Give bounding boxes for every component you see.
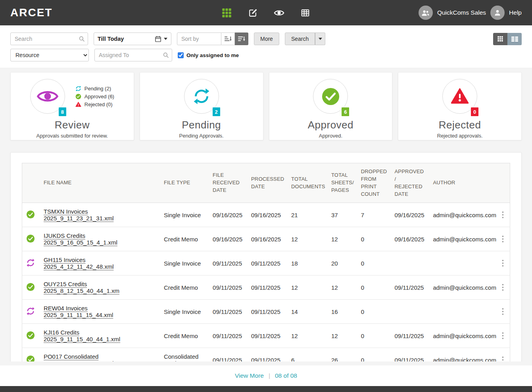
brand-logo[interactable]: ARCET [10,6,52,19]
team-icon[interactable] [419,6,433,20]
total-sheets-cell: 20 [327,251,357,275]
total-sheets-cell: 37 [327,203,357,227]
file-name-link[interactable]: REW04 Invoices 2025_9_11_11_15_44.xml [44,305,113,318]
table-row[interactable]: GH115 Invoices 2025_4_12_11_42_48.xml Si… [22,251,510,275]
sort-by-input[interactable] [177,33,221,45]
col-decision-date: APPROVED / REJECTED DATE [391,163,429,203]
eye-icon[interactable] [272,6,286,20]
row-menu-button[interactable] [500,234,505,244]
check-icon [26,210,35,219]
received-date-cell: 09/16/2025 [209,227,247,251]
review-card[interactable]: 8 Pending (2) Approved (6) Rejected (0) [10,72,134,140]
pending-count-badge: 2 [213,107,220,116]
table-row[interactable]: PO017 Consolidated 2025_9_11_13_55_80.xm… [22,348,510,361]
row-status-icon [26,283,35,291]
table-row[interactable]: OUY215 Credits 2025_8_12_15_40_44_1.xm C… [22,275,510,300]
legend-pending-label: Pending (2) [85,86,111,92]
col-total-sheets: TOTAL SHEETS/ PAGES [327,163,357,203]
check-icon [26,283,35,291]
date-range-value: Till Today [98,36,152,42]
received-date-cell: 09/16/2025 [209,203,247,227]
table-row[interactable]: IJUKDS Credits 2025_9_16_05_15_4_1.xml C… [22,227,510,251]
file-name-link[interactable]: OUY215 Credits 2025_8_12_15_40_44_1.xm [44,281,119,294]
eye-icon [36,85,59,107]
file-name-link[interactable]: TSMXN Invoices 2025_9_11_23_21_31.xml [44,208,114,222]
search-button[interactable]: Search [285,33,315,45]
col-processed-date: PROCESSED DATE [247,163,287,203]
search-icon [163,52,169,58]
table-row[interactable]: KJI16 Credits 2025_9_11_15_40_44_1.xml C… [22,324,510,348]
approved-card-subtitle: Approved. [319,133,342,139]
col-total-documents: TOTAL DOCUMENTS [287,163,327,203]
kebab-icon [502,211,504,218]
col-file-name: FILE NAME [40,163,160,203]
legend-item-approved: Approved (6) [75,94,114,99]
approved-card[interactable]: 6 Approved Approved. [269,72,393,140]
author-cell: admin@quickcoms.com [429,275,496,300]
row-menu-button[interactable] [500,331,505,341]
received-date-cell: 09/11/2025 [209,275,247,300]
file-name-link[interactable]: PO017 Consolidated 2025_9_11_13_55_80.xm… [44,353,114,361]
more-button[interactable]: More [254,33,279,45]
page-count: 08 of 08 [275,372,297,379]
sync-icon [26,307,35,316]
compose-icon[interactable] [246,6,260,20]
decision-date-cell: 09/11/2025 [391,275,429,300]
kebab-icon [502,332,504,339]
pending-card-title: Pending [182,119,221,131]
table-header-row: FILE NAME FILE TYPE FILE RECEIVED DATE P… [22,163,510,203]
sort-desc-icon [238,36,245,42]
legend-rejected-label: Rejected (0) [85,101,113,107]
warning-icon [75,101,81,107]
col-author: AUTHOR [429,163,496,203]
search-options-caret[interactable] [315,33,325,45]
row-menu-button[interactable] [500,306,505,317]
filter-bar: Till Today More Search Resource Onl [0,25,532,68]
account-name[interactable]: QuickComs Sales [437,9,486,16]
file-type-cell: Credit Memo [160,275,209,300]
resource-select[interactable]: Resource [10,49,89,61]
row-menu-button[interactable] [500,258,505,268]
row-menu-button[interactable] [500,282,505,293]
help-link[interactable]: Help [509,9,522,16]
check-icon [26,234,35,243]
user-icon[interactable] [490,6,505,20]
only-assigned-checkbox[interactable] [178,52,184,58]
assigned-to-input[interactable] [94,49,172,61]
search-input[interactable] [10,33,88,45]
legend-item-rejected: Rejected (0) [75,101,114,107]
received-date-cell: 09/11/2025 [209,348,247,361]
author-cell: admin@quickcoms.com [429,227,496,251]
table-icon[interactable] [298,6,313,20]
author-cell [429,251,496,275]
row-menu-button[interactable] [500,355,505,361]
table-row[interactable]: REW04 Invoices 2025_9_11_11_15_44.xml Si… [22,300,510,324]
file-type-cell: Consolidated Invoice [160,348,209,361]
top-navbar: ARCET QuickComs Sales Help [0,0,532,25]
date-range-picker[interactable]: Till Today [94,33,171,45]
file-name-link[interactable]: GH115 Invoices 2025_4_12_11_42_48.xml [44,256,114,270]
only-assigned-filter: Only assigned to me [178,52,239,58]
file-name-link[interactable]: IJUKDS Credits 2025_9_16_05_15_4_1.xml [44,232,117,246]
apps-grid-icon[interactable] [220,6,234,20]
dropped-count-cell: 0 [357,300,391,324]
dropped-count-cell: 7 [357,203,391,227]
row-menu-button[interactable] [500,210,505,220]
rejected-circle: 0 [442,79,477,114]
approved-circle: 6 [313,79,348,114]
file-name-link[interactable]: KJI16 Credits 2025_9_11_15_40_44_1.xml [44,329,120,342]
decision-date-cell: 09/11/2025 [391,348,429,361]
rejected-card-title: Rejected [439,119,481,131]
grid-view-button[interactable] [493,33,507,45]
view-more-link[interactable]: View More [235,372,264,379]
list-view-button[interactable] [507,33,522,45]
rejected-card[interactable]: 0 Rejected Rejected approvals. [398,72,522,140]
decision-date-cell [391,300,429,324]
check-icon [26,331,35,340]
pending-card[interactable]: 2 Pending Pending Approvals. [140,72,263,140]
table-body: TSMXN Invoices 2025_9_11_23_21_31.xml Si… [22,203,510,361]
sort-descending-button[interactable] [235,33,248,45]
total-documents-cell: 21 [287,203,327,227]
table-row[interactable]: TSMXN Invoices 2025_9_11_23_21_31.xml Si… [22,203,510,227]
sort-ascending-button[interactable] [221,33,235,45]
